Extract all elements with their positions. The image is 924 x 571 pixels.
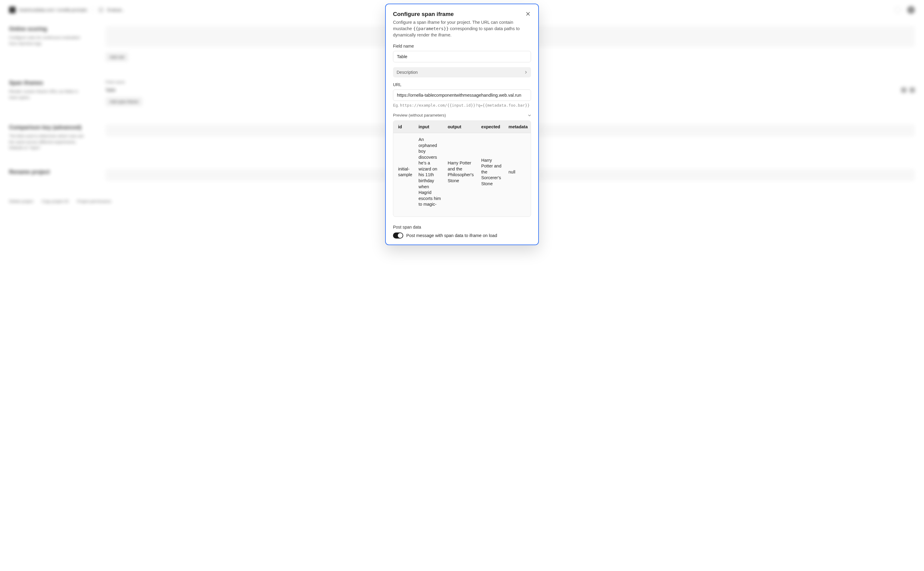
preview-table: idinputoutputexpectedmetadata initial-sa… [393, 121, 531, 211]
url-label: URL [393, 82, 531, 87]
table-cell: initial-sample [393, 133, 416, 211]
help-icon [895, 7, 901, 13]
description-toggle-label: Description [396, 70, 418, 75]
breadcrumb: braintrustdata.com / ornella-prompts [19, 8, 87, 12]
section-title-online-scoring: Online scoring [9, 26, 87, 32]
section-sub: The field used to determine which rows a… [9, 133, 87, 151]
section-title-rename: Rename project [9, 169, 87, 175]
section-sub: Render custom iframe URLs as fields in t… [9, 88, 87, 100]
description-toggle[interactable]: Description [393, 67, 531, 77]
chevron-down-icon [528, 114, 531, 117]
logo [9, 7, 15, 13]
configure-span-iframe-modal: Configure span iframe Configure a span i… [385, 4, 539, 245]
url-hint: Eg. https://example.com/{{input.id}}?q={… [393, 103, 531, 108]
field-name-input[interactable] [393, 51, 531, 62]
footer-delete: Delete project [9, 199, 33, 204]
close-button[interactable] [524, 10, 532, 18]
table-header: id [393, 121, 416, 133]
post-span-data-description: Post message with span data to iframe on… [406, 233, 497, 238]
table-row: initial-sampleAn orphaned boy discovers … [393, 133, 531, 211]
preview-label: Preview (without parameters) [393, 113, 446, 117]
table-header: input [416, 121, 445, 133]
modal-title: Configure span iframe [393, 11, 531, 17]
table-cell: Harry Potter and the Sorcerer's Stone [478, 133, 505, 211]
edit-icon [901, 87, 907, 93]
modal-description: Configure a span iframe for your project… [393, 19, 531, 38]
url-input[interactable] [393, 90, 531, 101]
field-value: Table [105, 88, 115, 93]
table-header: expected [478, 121, 505, 133]
footer-copy: Copy project ID [42, 199, 69, 204]
close-icon [526, 12, 530, 16]
field-name-label: Field name [393, 44, 531, 48]
section-title-span-iframes: Span iframes [9, 80, 87, 86]
table-cell: null [505, 133, 531, 211]
table-cell: An orphaned boy discovers he's a wizard … [416, 133, 445, 211]
preview-iframe[interactable]: idinputoutputexpectedmetadata initial-sa… [393, 120, 531, 217]
avatar [907, 6, 915, 14]
add-span-iframe-button: Add span iframe [105, 97, 142, 106]
chevron-right-icon [525, 71, 528, 74]
table-cell: Harry Potter and the Philosopher's Stone [444, 133, 478, 211]
preview-toggle[interactable]: Preview (without parameters) [393, 112, 531, 118]
table-header: output [444, 121, 478, 133]
delete-icon [910, 87, 915, 93]
nav-item: Evaluat... [107, 8, 125, 12]
post-span-data-label: Post span data [393, 225, 531, 230]
table-header: metadata [505, 121, 531, 133]
section-title-comparison-key: Comparison key (advanced) [9, 124, 87, 131]
add-rule-button: Add rule [105, 52, 128, 62]
post-span-data-toggle[interactable] [393, 233, 403, 239]
section-sub: Configure rules for continuous evaluatio… [9, 35, 87, 46]
footer-permissions: Project permissions [77, 199, 111, 204]
